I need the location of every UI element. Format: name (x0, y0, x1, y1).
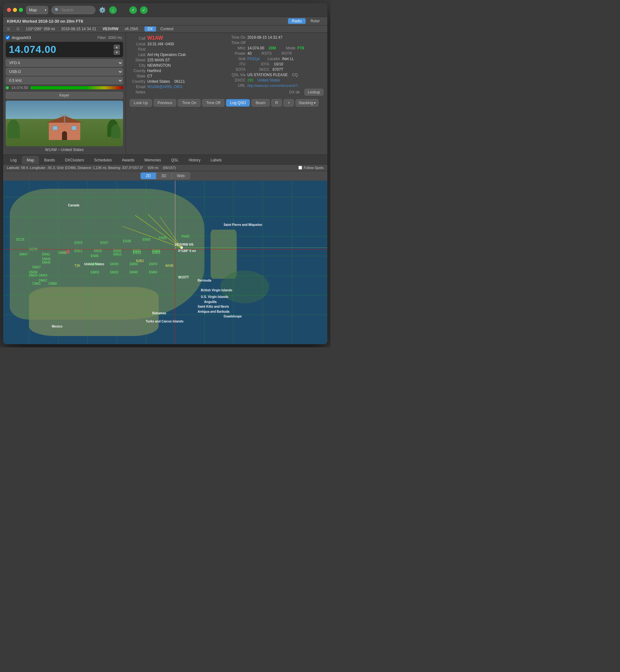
qsl-via-label: QSL Via (230, 73, 246, 77)
county-value: Hartford (147, 69, 161, 73)
skcc-label: SKCC (254, 67, 269, 72)
maximize-button[interactable] (19, 8, 23, 12)
city-value: NEWINGTON (147, 63, 170, 68)
map-dropdown[interactable]: Map (26, 6, 48, 14)
grid-h-6 (3, 295, 327, 295)
grid-h-7 (3, 315, 327, 315)
zip-value: 06111 (174, 79, 185, 84)
stacking-label: Stacking (298, 101, 313, 105)
tab-memories[interactable]: Memories (140, 156, 166, 164)
follow-spots-checkbox[interactable] (298, 166, 302, 170)
freq-up-button[interactable]: ▲ (114, 45, 120, 49)
tab-awards[interactable]: Awards (117, 156, 139, 164)
download-icon[interactable]: ↓ (109, 6, 117, 14)
notes-label: Notes (130, 90, 145, 94)
url-value[interactable]: http://www.qrz.com/xml/current/?... (247, 84, 301, 88)
time-off-button[interactable]: Time Off (202, 99, 224, 107)
tab-map[interactable]: Map (22, 156, 39, 164)
beam-button[interactable]: Beam (252, 99, 269, 107)
mode-label2: Mode (280, 46, 296, 50)
east-beam-line (175, 247, 327, 248)
close-button[interactable] (7, 8, 11, 12)
search-placeholder: Search (61, 8, 73, 12)
lat-lon-display: Latitude: 58.4, Longitude: -91.3, Grid: … (7, 166, 143, 170)
map-view-tabs: 2D 3D Web (3, 171, 327, 181)
minimize-button[interactable] (13, 8, 17, 12)
check-icon-1[interactable]: ✓ (130, 6, 137, 14)
lookup-button[interactable]: Lookup (304, 89, 323, 96)
vfo-select[interactable]: VFO A (6, 59, 123, 67)
tab-bands[interactable]: Bands (39, 156, 59, 164)
itu-row: ITU IOTA 10/10 (230, 62, 323, 66)
grid-v-8 (233, 181, 234, 344)
dx-de-row: DX de Lookup (230, 89, 323, 96)
grid-h-1 (3, 197, 327, 197)
locator-value: iNet LL (282, 57, 294, 61)
mode-row: USB-D (6, 68, 123, 75)
map-area[interactable]: Canada Saint Pierre and Miquelon VE3VRW … (3, 181, 327, 344)
time-off-label: Time Off (230, 41, 246, 45)
state-row: State CT (130, 74, 223, 78)
check-icon-2[interactable]: ✓ (140, 6, 148, 14)
tab-contest[interactable]: Contest (157, 26, 176, 32)
mhz-label: MHz (230, 46, 246, 50)
info-bar: K0HUU Worked 2018-12-30 on 20m FT8 Radio… (3, 17, 327, 25)
time-on-label: Time On (230, 35, 246, 40)
time-off-row: Time Off (230, 41, 323, 45)
tab-rotor[interactable]: Rotor (307, 18, 323, 24)
radio-rotor-tabs: Radio Rotor (288, 18, 323, 24)
search-icon: 🔍 (55, 8, 59, 12)
tab-dxclusters[interactable]: DXClusters (60, 156, 89, 164)
map-2d-tab[interactable]: 2D (140, 172, 156, 179)
mode-select[interactable]: USB-D (6, 68, 123, 75)
map-background (3, 181, 327, 344)
country-row: Country United States 06111 (130, 79, 223, 84)
tab-history[interactable]: History (184, 156, 205, 164)
tab-qsl[interactable]: QSL (166, 156, 184, 164)
stacking-button[interactable]: Stacking ▾ (296, 99, 318, 107)
r-button[interactable]: R (271, 99, 282, 107)
email-value[interactable]: W1AW@ARRL.ORG (147, 85, 183, 89)
tab-dx[interactable]: DX (145, 26, 156, 32)
k9dr-dot (67, 250, 69, 252)
notes-row: Notes (130, 90, 223, 94)
station-label: W1AW – United States (6, 148, 123, 152)
freq-display: 14.074.00 ▲ ▼ (6, 42, 123, 57)
freq-down-button[interactable]: ▼ (114, 50, 120, 55)
station-label: dogpark63 (12, 35, 31, 40)
sota-label: SOTA (230, 67, 246, 72)
plus-button[interactable]: + (283, 99, 294, 107)
previous-button[interactable]: Previous (154, 99, 176, 107)
local-value: 10:31 AM -0400 (147, 42, 174, 46)
tab-labels[interactable]: Labels (206, 156, 226, 164)
grid-v-4 (117, 181, 117, 344)
map-3d-tab[interactable]: 3D (156, 172, 171, 179)
url-label: URL (230, 83, 246, 88)
time-on-value: 2019-08-15 14:31:47 (247, 35, 282, 40)
station-checkbox[interactable] (6, 36, 10, 40)
settings-icon[interactable]: ⚙️ (99, 6, 106, 14)
tab-radio[interactable]: Radio (288, 18, 305, 24)
tab-log[interactable]: Log (6, 156, 21, 164)
right-fields: Time On 2019-08-15 14:31:47 Time Off MHz… (230, 35, 323, 97)
station-image-bg (6, 101, 123, 146)
freq-sub-row: 14.074.50 (6, 86, 123, 90)
dxcc-row: DXCC 291 United States (230, 78, 323, 82)
dxcc-value: 291 (247, 78, 254, 82)
app-window: Map 🔍 Search ⚙️ ↓ ✓ ✓ K0HUU Worked 2018-… (3, 3, 327, 344)
grid-h-2 (3, 216, 327, 217)
keyer-button[interactable]: Keyer (6, 92, 123, 99)
log-qso-button[interactable]: Log QSO (226, 99, 250, 107)
power-value: 40 (247, 51, 252, 56)
grid-label: Grid (230, 57, 246, 61)
time-on-button[interactable]: Time On (178, 99, 201, 107)
search-bar[interactable]: 🔍 Search (51, 6, 95, 14)
tab-schedules[interactable]: Schedules (89, 156, 116, 164)
step-select[interactable]: 0.5 kHz (6, 77, 123, 84)
north-beam-line (175, 181, 175, 249)
look-up-button[interactable]: Look Up (130, 99, 152, 107)
grid-v-7 (204, 181, 205, 344)
left-fields: Call W1AW Local 10:31 AM -0400 First Las… (130, 35, 223, 95)
map-web-tab[interactable]: Web (171, 172, 190, 179)
sota-row: SOTA SKCC 6707T (230, 67, 323, 72)
